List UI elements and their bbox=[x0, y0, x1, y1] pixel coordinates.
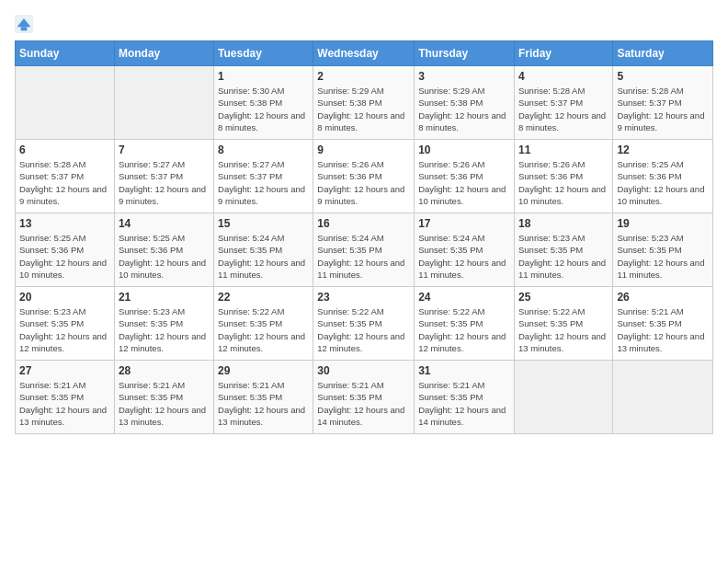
calendar-day-10: 10Sunrise: 5:26 AMSunset: 5:36 PMDayligh… bbox=[415, 140, 515, 213]
day-number: 3 bbox=[418, 70, 510, 83]
calendar-day-27: 27Sunrise: 5:21 AMSunset: 5:35 PMDayligh… bbox=[16, 361, 115, 434]
calendar-day-14: 14Sunrise: 5:25 AMSunset: 5:36 PMDayligh… bbox=[114, 213, 213, 287]
logo-icon bbox=[15, 15, 33, 33]
calendar-day-8: 8Sunrise: 5:27 AMSunset: 5:37 PMDaylight… bbox=[214, 140, 313, 213]
day-detail: Sunrise: 5:23 AMSunset: 5:35 PMDaylight:… bbox=[617, 232, 709, 281]
day-number: 30 bbox=[317, 364, 410, 377]
day-detail: Sunrise: 5:26 AMSunset: 5:36 PMDaylight:… bbox=[418, 158, 510, 207]
calendar-day-23: 23Sunrise: 5:22 AMSunset: 5:35 PMDayligh… bbox=[313, 287, 415, 361]
calendar-day-5: 5Sunrise: 5:28 AMSunset: 5:37 PMDaylight… bbox=[613, 66, 713, 140]
calendar-day-1: 1Sunrise: 5:30 AMSunset: 5:38 PMDaylight… bbox=[214, 66, 313, 140]
day-detail: Sunrise: 5:28 AMSunset: 5:37 PMDaylight:… bbox=[617, 85, 709, 133]
day-detail: Sunrise: 5:25 AMSunset: 5:36 PMDaylight:… bbox=[119, 232, 210, 281]
day-number: 22 bbox=[218, 291, 309, 304]
day-number: 18 bbox=[518, 217, 609, 230]
day-number: 13 bbox=[19, 217, 110, 230]
day-number: 1 bbox=[218, 70, 309, 83]
day-number: 5 bbox=[617, 70, 709, 83]
calendar-empty-cell bbox=[16, 66, 115, 140]
day-number: 8 bbox=[218, 144, 309, 156]
calendar-week-3: 13Sunrise: 5:25 AMSunset: 5:36 PMDayligh… bbox=[16, 213, 713, 287]
day-detail: Sunrise: 5:27 AMSunset: 5:37 PMDaylight:… bbox=[119, 158, 210, 207]
calendar-empty-cell bbox=[514, 361, 612, 434]
day-detail: Sunrise: 5:26 AMSunset: 5:36 PMDaylight:… bbox=[518, 158, 609, 207]
calendar-empty-cell bbox=[114, 66, 213, 140]
day-number: 4 bbox=[518, 70, 609, 83]
day-number: 9 bbox=[317, 144, 410, 156]
day-detail: Sunrise: 5:21 AMSunset: 5:35 PMDaylight:… bbox=[418, 379, 510, 428]
calendar-day-28: 28Sunrise: 5:21 AMSunset: 5:35 PMDayligh… bbox=[114, 361, 213, 434]
day-number: 12 bbox=[617, 144, 709, 156]
day-detail: Sunrise: 5:29 AMSunset: 5:38 PMDaylight:… bbox=[317, 85, 410, 133]
calendar-day-24: 24Sunrise: 5:22 AMSunset: 5:35 PMDayligh… bbox=[415, 287, 515, 361]
day-number: 14 bbox=[119, 217, 210, 230]
calendar-header-friday: Friday bbox=[514, 41, 612, 66]
day-number: 11 bbox=[518, 144, 609, 156]
day-detail: Sunrise: 5:23 AMSunset: 5:35 PMDaylight:… bbox=[19, 305, 110, 354]
calendar-day-13: 13Sunrise: 5:25 AMSunset: 5:36 PMDayligh… bbox=[16, 213, 115, 287]
day-number: 31 bbox=[418, 364, 510, 377]
calendar-day-15: 15Sunrise: 5:24 AMSunset: 5:35 PMDayligh… bbox=[214, 213, 313, 287]
day-number: 2 bbox=[317, 70, 410, 83]
calendar-week-2: 6Sunrise: 5:28 AMSunset: 5:37 PMDaylight… bbox=[16, 140, 713, 213]
calendar-header-thursday: Thursday bbox=[415, 41, 515, 66]
calendar-day-19: 19Sunrise: 5:23 AMSunset: 5:35 PMDayligh… bbox=[613, 213, 713, 287]
day-detail: Sunrise: 5:21 AMSunset: 5:35 PMDaylight:… bbox=[617, 305, 709, 354]
day-detail: Sunrise: 5:24 AMSunset: 5:35 PMDaylight:… bbox=[218, 232, 309, 281]
calendar-day-29: 29Sunrise: 5:21 AMSunset: 5:35 PMDayligh… bbox=[214, 361, 313, 434]
day-number: 15 bbox=[218, 217, 309, 230]
day-detail: Sunrise: 5:26 AMSunset: 5:36 PMDaylight:… bbox=[317, 158, 410, 207]
day-detail: Sunrise: 5:24 AMSunset: 5:35 PMDaylight:… bbox=[418, 232, 510, 281]
day-number: 27 bbox=[19, 364, 110, 377]
calendar-day-4: 4Sunrise: 5:28 AMSunset: 5:37 PMDaylight… bbox=[514, 66, 612, 140]
calendar-day-12: 12Sunrise: 5:25 AMSunset: 5:36 PMDayligh… bbox=[613, 140, 713, 213]
svg-rect-2 bbox=[21, 27, 28, 30]
day-number: 24 bbox=[418, 291, 510, 304]
logo bbox=[15, 15, 37, 33]
day-detail: Sunrise: 5:22 AMSunset: 5:35 PMDaylight:… bbox=[218, 305, 309, 354]
day-detail: Sunrise: 5:21 AMSunset: 5:35 PMDaylight:… bbox=[119, 379, 210, 428]
calendar: SundayMondayTuesdayWednesdayThursdayFrid… bbox=[15, 40, 713, 434]
calendar-day-22: 22Sunrise: 5:22 AMSunset: 5:35 PMDayligh… bbox=[214, 287, 313, 361]
calendar-day-11: 11Sunrise: 5:26 AMSunset: 5:36 PMDayligh… bbox=[514, 140, 612, 213]
day-detail: Sunrise: 5:30 AMSunset: 5:38 PMDaylight:… bbox=[218, 85, 309, 133]
day-detail: Sunrise: 5:21 AMSunset: 5:35 PMDaylight:… bbox=[19, 379, 110, 428]
calendar-day-26: 26Sunrise: 5:21 AMSunset: 5:35 PMDayligh… bbox=[613, 287, 713, 361]
day-number: 21 bbox=[119, 291, 210, 304]
day-number: 23 bbox=[317, 291, 410, 304]
calendar-day-20: 20Sunrise: 5:23 AMSunset: 5:35 PMDayligh… bbox=[16, 287, 115, 361]
calendar-day-18: 18Sunrise: 5:23 AMSunset: 5:35 PMDayligh… bbox=[514, 213, 612, 287]
day-number: 29 bbox=[218, 364, 309, 377]
day-number: 17 bbox=[418, 217, 510, 230]
day-number: 25 bbox=[518, 291, 609, 304]
calendar-header-wednesday: Wednesday bbox=[313, 41, 415, 66]
calendar-day-25: 25Sunrise: 5:22 AMSunset: 5:35 PMDayligh… bbox=[514, 287, 612, 361]
day-number: 7 bbox=[119, 144, 210, 156]
calendar-day-30: 30Sunrise: 5:21 AMSunset: 5:35 PMDayligh… bbox=[313, 361, 415, 434]
calendar-day-31: 31Sunrise: 5:21 AMSunset: 5:35 PMDayligh… bbox=[415, 361, 515, 434]
calendar-day-6: 6Sunrise: 5:28 AMSunset: 5:37 PMDaylight… bbox=[16, 140, 115, 213]
day-number: 20 bbox=[19, 291, 110, 304]
day-detail: Sunrise: 5:23 AMSunset: 5:35 PMDaylight:… bbox=[119, 305, 210, 354]
calendar-day-16: 16Sunrise: 5:24 AMSunset: 5:35 PMDayligh… bbox=[313, 213, 415, 287]
calendar-day-7: 7Sunrise: 5:27 AMSunset: 5:37 PMDaylight… bbox=[114, 140, 213, 213]
calendar-week-5: 27Sunrise: 5:21 AMSunset: 5:35 PMDayligh… bbox=[16, 361, 713, 434]
day-number: 6 bbox=[19, 144, 110, 156]
day-number: 28 bbox=[119, 364, 210, 377]
calendar-header-row: SundayMondayTuesdayWednesdayThursdayFrid… bbox=[16, 41, 713, 66]
calendar-header-sunday: Sunday bbox=[16, 41, 115, 66]
calendar-week-4: 20Sunrise: 5:23 AMSunset: 5:35 PMDayligh… bbox=[16, 287, 713, 361]
day-detail: Sunrise: 5:24 AMSunset: 5:35 PMDaylight:… bbox=[317, 232, 410, 281]
day-detail: Sunrise: 5:22 AMSunset: 5:35 PMDaylight:… bbox=[418, 305, 510, 354]
calendar-header-tuesday: Tuesday bbox=[214, 41, 313, 66]
day-detail: Sunrise: 5:22 AMSunset: 5:35 PMDaylight:… bbox=[518, 305, 609, 354]
calendar-empty-cell bbox=[613, 361, 713, 434]
calendar-header-monday: Monday bbox=[114, 41, 213, 66]
day-detail: Sunrise: 5:28 AMSunset: 5:37 PMDaylight:… bbox=[19, 158, 110, 207]
calendar-week-1: 1Sunrise: 5:30 AMSunset: 5:38 PMDaylight… bbox=[16, 66, 713, 140]
day-detail: Sunrise: 5:22 AMSunset: 5:35 PMDaylight:… bbox=[317, 305, 410, 354]
day-detail: Sunrise: 5:29 AMSunset: 5:38 PMDaylight:… bbox=[418, 85, 510, 133]
calendar-header-saturday: Saturday bbox=[613, 41, 713, 66]
day-detail: Sunrise: 5:21 AMSunset: 5:35 PMDaylight:… bbox=[317, 379, 410, 428]
day-number: 19 bbox=[617, 217, 709, 230]
